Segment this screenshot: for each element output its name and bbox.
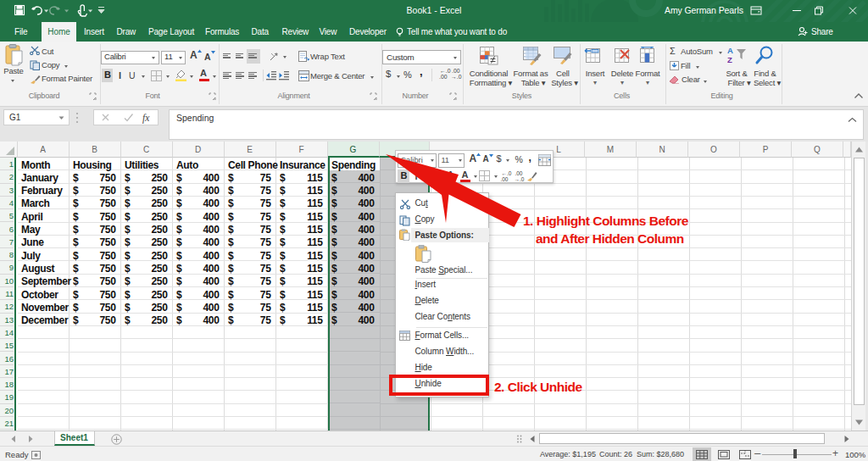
svg-text:A: A (727, 46, 733, 55)
svg-text:fx: fx (142, 113, 150, 124)
svg-text:Z: Z (727, 55, 732, 64)
